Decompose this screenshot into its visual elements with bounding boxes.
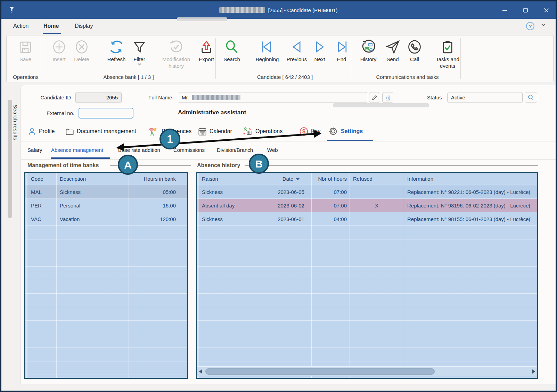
col-hours-in-bank[interactable]: Hours in bank: [129, 176, 181, 182]
filter-dropdown-icon[interactable]: [129, 63, 150, 66]
insert-button[interactable]: Insert: [49, 37, 69, 63]
tab-preferences[interactable]: Preferences: [149, 124, 191, 139]
tab-settings[interactable]: Settings: [328, 124, 363, 139]
table-row[interactable]: Sickness 2023-06-01 04:00 Replacement: N…: [197, 212, 537, 226]
absence-history-table: Raison Date Nbr of hours Refused Informa…: [196, 172, 538, 379]
previous-icon: [283, 37, 311, 56]
sidebar-handle[interactable]: [8, 100, 12, 218]
col-description[interactable]: Description: [56, 176, 129, 182]
job-title: Administrative assistant: [178, 109, 246, 116]
table-row[interactable]: MAL Sickness 05:00: [25, 185, 187, 199]
scroll-left-icon[interactable]: [199, 369, 202, 374]
export-button[interactable]: Export: [196, 37, 217, 63]
subtab-division-branch[interactable]: Division/Branch: [217, 145, 253, 155]
menu-display[interactable]: Display: [73, 22, 94, 30]
absence-history-caption: Absence history: [197, 162, 240, 169]
preview-document-button[interactable]: [382, 92, 393, 103]
col-raison[interactable]: Raison: [197, 176, 271, 182]
menu-action[interactable]: Action: [12, 22, 30, 30]
table-row-refused[interactable]: Absent all day 2023-06-02 07:00 X Replac…: [197, 199, 537, 212]
col-date[interactable]: Date: [271, 176, 311, 182]
scroll-right-icon[interactable]: [532, 369, 535, 374]
tab-pay[interactable]: $ Pay: [299, 124, 321, 139]
status-field[interactable]: Active: [447, 92, 523, 103]
gear-icon: [328, 126, 338, 137]
row-indicator-column: [25, 173, 27, 378]
status-search-button[interactable]: [525, 92, 537, 103]
sort-descending-icon: [296, 178, 300, 180]
tasks-events-button[interactable]: Tasks and events: [428, 37, 467, 69]
col-refused[interactable]: Refused: [350, 176, 404, 182]
tabs-divider: [21, 141, 557, 141]
delete-icon: [71, 37, 92, 56]
tab-profile[interactable]: Profile: [27, 124, 55, 139]
tab-document-management[interactable]: Document management: [65, 124, 136, 139]
dollar-icon: $: [299, 127, 309, 136]
external-no-field[interactable]: [79, 108, 133, 119]
search-icon: [220, 37, 244, 56]
candidate-id-field[interactable]: 2655: [75, 92, 122, 103]
row-indicator-column: [197, 173, 199, 378]
refresh-button[interactable]: Refresh: [103, 37, 130, 63]
save-button[interactable]: Save: [15, 37, 36, 63]
help-icon[interactable]: ?: [526, 22, 534, 30]
ribbon: Save Operations Insert Delete Refresh: [6, 35, 554, 82]
collapse-ribbon-icon[interactable]: [541, 22, 546, 28]
tab-operations[interactable]: Operations: [243, 124, 282, 139]
subtab-commissions[interactable]: Commissions: [173, 145, 205, 155]
next-icon: [310, 37, 330, 56]
send-button[interactable]: Send: [383, 37, 403, 63]
group-label-operations: Operations: [10, 74, 41, 80]
column-separator: [404, 173, 404, 378]
beginning-button[interactable]: Beginning: [250, 37, 285, 63]
beginning-icon: [250, 37, 285, 56]
group-separator: [40, 38, 40, 79]
end-button[interactable]: End: [332, 37, 351, 63]
edit-name-button[interactable]: [369, 92, 380, 103]
table-row[interactable]: VAC Vacation 120:00: [25, 212, 187, 226]
modification-history-button[interactable]: Modification history: [154, 37, 198, 69]
end-icon: [332, 37, 351, 56]
subtab-web[interactable]: Web: [267, 145, 278, 155]
menu-home[interactable]: Home: [42, 22, 60, 30]
minimize-button[interactable]: [500, 6, 509, 15]
maximize-button[interactable]: [521, 6, 530, 15]
call-button[interactable]: Call: [405, 37, 424, 63]
horizontal-scrollbar[interactable]: [197, 366, 537, 376]
person-icon: [27, 127, 36, 136]
operations-icon: [243, 126, 253, 136]
col-information[interactable]: Information: [404, 176, 537, 182]
window-title-text: [2655] - Candidate (PRIM001): [268, 7, 337, 13]
next-button[interactable]: Next: [310, 37, 330, 63]
subtab-salary[interactable]: Salary: [27, 145, 42, 155]
search-results-panel-tab[interactable]: Search results: [3, 82, 21, 391]
title-bar: [2655] - Candidate (PRIM001): [1, 1, 556, 19]
insert-icon: [49, 37, 69, 56]
column-separator: [350, 173, 350, 378]
subtab-base-rate-addition[interactable]: Base rate addition: [118, 145, 160, 155]
previous-button[interactable]: Previous: [283, 37, 311, 63]
col-nbr-of-hours[interactable]: Nbr of hours: [311, 176, 350, 182]
col-code[interactable]: Code: [25, 176, 56, 182]
subtab-absence-management[interactable]: Absence management: [51, 145, 103, 155]
candidate-id-label: Candidate ID: [34, 95, 71, 100]
group-label-communications: Communications and tasks: [354, 74, 460, 80]
status-label: Status: [427, 95, 442, 100]
group-label-absence-bank: Absence bank [ 1 / 3 ]: [43, 74, 214, 80]
subtabs-divider: [21, 160, 557, 160]
time-banks-header: Code Description Hours in bank: [25, 173, 187, 185]
table-row[interactable]: PER Personal 16:00: [25, 199, 187, 212]
call-icon: [405, 37, 424, 56]
external-no-label: External no.: [38, 110, 74, 116]
history-button[interactable]: History: [355, 37, 382, 63]
table-row[interactable]: Sickness 2023-06-05 07:00 Replacement: N…: [197, 185, 537, 199]
delete-button[interactable]: Delete: [71, 37, 92, 63]
filter-button[interactable]: Filter: [129, 37, 150, 66]
search-button[interactable]: Search: [220, 37, 244, 63]
close-button[interactable]: [542, 6, 551, 15]
sidebar-label: Search results: [13, 105, 18, 140]
full-name-field[interactable]: Mr.: [178, 92, 367, 103]
scrollbar-thumb[interactable]: [205, 368, 435, 375]
redacted-candidate-name: [219, 7, 265, 13]
tab-calendar[interactable]: Calendar: [198, 124, 232, 139]
